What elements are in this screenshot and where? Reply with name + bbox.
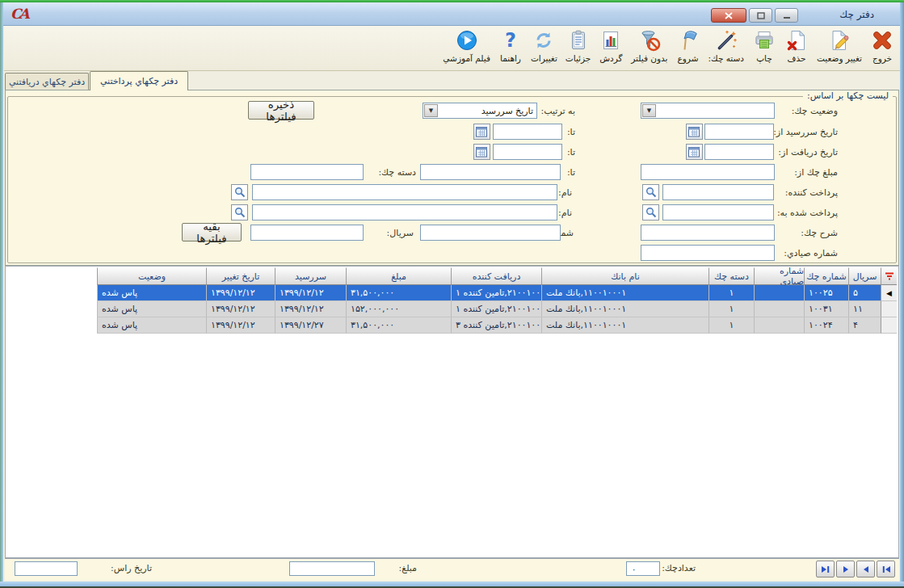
cell-sayadi[interactable] [754,285,804,301]
cell-serial[interactable]: ۵ [848,285,881,301]
paid-to-name-field[interactable] [252,204,557,220]
due-date-to-field[interactable] [493,124,562,140]
tab-payable-checks[interactable]: دفتر چكهاي پرداختني [90,71,188,90]
first-record-button[interactable] [877,561,895,578]
tab-receivable-checks[interactable]: دفتر چكهاي دريافتني [5,73,89,90]
toolbar-help-button[interactable]: ? راهنما [494,27,527,63]
column-header-receiver[interactable]: دريافت كننده [451,267,541,285]
cell-change-date[interactable]: ۱۳۹۹/۱۲/۱۲ [206,301,275,317]
paid-to-search-button[interactable] [642,204,659,220]
cell-status[interactable]: پاس شده [97,317,206,334]
column-header-due-date[interactable]: سررسيد [275,267,346,285]
payer-search-button[interactable] [642,184,659,200]
toolbar-changes-button[interactable]: تغييرات [527,27,561,63]
amount-from-field[interactable] [641,164,775,180]
toolbar-print-button[interactable]: چاپ [748,27,780,63]
due-date-to-calendar-button[interactable] [473,124,490,140]
column-header-amount[interactable]: مبلغ [346,267,451,285]
cell-sayadi[interactable] [754,301,804,317]
column-header-check-number[interactable]: شماره چك [804,267,848,285]
close-button[interactable] [711,8,746,23]
due-date-to-label: تا: [567,127,575,137]
amount-to-field[interactable] [420,164,561,180]
grid-filter-button[interactable] [881,267,897,285]
calendar-icon [688,126,700,137]
paid-to-name-search-button[interactable] [231,204,248,220]
minimize-button[interactable] [775,8,798,23]
check-number-field[interactable] [420,225,561,241]
cell-due-date[interactable]: ۱۳۹۹/۱۲/۲۷ [275,317,346,334]
cell-check-number[interactable]: ۱۰۰۲۴ [804,317,848,334]
receive-date-to-field[interactable] [493,144,562,160]
cell-bank[interactable]: ۱۱۰۰۱۰۰۰۱,بانك ملت [541,317,708,334]
paid-to-label: پرداخت شده به: [777,208,838,218]
toolbar-no-filter-button[interactable]: بدون فيلتر [627,27,671,63]
cell-status[interactable]: پاس شده [97,285,206,301]
payer-name-search-button[interactable] [231,184,248,200]
toolbar-checkbook-button[interactable]: دسته چك: [704,27,749,63]
cell-amount[interactable]: ۳۱,۵۰۰,۰۰۰ [346,285,451,301]
next-record-button[interactable] [836,561,855,578]
toolbar-change-status-button[interactable]: تغيير وضعيت [813,27,866,63]
cell-receiver[interactable]: ۲۱۰۰۱۰۰۰۲,تامين كننده ۱ [451,301,541,317]
cell-sayadi[interactable] [754,317,804,334]
cell-amount[interactable]: ۱۵۲,۰۰۰,۰۰۰ [346,301,451,317]
table-row[interactable]: ◀ ۵ ۱۰۰۲۵ ۱ ۱۱۰۰۱۰۰۰۱,بانك ملت ۲۱۰۰۱۰۰۰۲… [97,285,897,301]
cell-change-date[interactable]: ۱۳۹۹/۱۲/۱۲ [206,317,275,334]
due-date-from-field[interactable] [704,124,774,140]
cell-check-number[interactable]: ۱۰۰۳۱ [804,301,848,317]
search-icon [645,187,657,198]
paid-to-field[interactable] [662,204,774,220]
table-row[interactable]: ۱۱ ۱۰۰۳۱ ۱ ۱۱۰۰۱۰۰۰۱,بانك ملت ۲۱۰۰۱۰۰۰۲,… [97,301,897,317]
cell-receiver[interactable]: ۲۱۰۰۱۰۰۰۳,تامين كننده ۳ [451,317,541,334]
column-header-change-date[interactable]: تاريخ تغيير [206,267,275,285]
checkbook-field[interactable] [250,164,364,180]
cell-receiver[interactable]: ۲۱۰۰۱۰۰۰۲,تامين كننده ۱ [451,285,541,301]
cell-checkbook[interactable]: ۱ [708,317,754,334]
cell-check-number[interactable]: ۱۰۰۲۵ [804,285,848,301]
previous-record-button[interactable] [856,561,875,578]
check-status-label: وضعيت چك: [792,106,838,116]
cell-checkbook[interactable]: ۱ [708,285,754,301]
cell-change-date[interactable]: ۱۳۹۹/۱۲/۱۲ [206,285,275,301]
sort-by-combobox[interactable]: تاريخ سررسيد ▼ [423,103,537,119]
cell-checkbook[interactable]: ۱ [708,301,754,317]
column-header-status[interactable]: وضعيت [97,267,206,285]
column-header-checkbook[interactable]: دسته چك [708,267,754,285]
cell-due-date[interactable]: ۱۳۹۹/۱۲/۱۲ [275,301,346,317]
column-header-sayadi[interactable]: شماره صيادي [754,267,804,285]
serial-field[interactable] [250,225,364,241]
cell-status[interactable]: پاس شده [97,301,206,317]
toolbar-turnover-button[interactable]: گردش [595,27,627,63]
toolbar-tutorial-button[interactable]: فيلم آموزشي [439,27,494,63]
receive-date-to-calendar-button[interactable] [473,144,490,160]
sayadi-number-field[interactable] [641,245,775,261]
more-filters-button[interactable]: بقيه فيلترها [182,223,242,242]
cell-due-date[interactable]: ۱۳۹۹/۱۲/۱۲ [275,285,346,301]
toolbar-delete-button[interactable]: حذف [780,27,813,63]
cell-serial[interactable]: ۱۱ [848,301,881,317]
toolbar-start-button[interactable]: شروع [672,27,704,63]
receive-date-from-field[interactable] [704,144,774,160]
toolbar-details-button[interactable]: جزئيات [561,27,595,63]
cell-bank[interactable]: ۱۱۰۰۱۰۰۰۱,بانك ملت [541,301,708,317]
maximize-button[interactable] [749,8,772,23]
check-status-combobox[interactable]: ▼ [641,103,775,119]
check-desc-field[interactable] [641,225,775,241]
receive-date-from-calendar-button[interactable] [686,144,703,160]
last-record-button[interactable] [816,561,835,578]
chevron-down-icon[interactable]: ▼ [424,104,438,117]
chevron-down-icon[interactable]: ▼ [642,104,656,117]
column-header-bank[interactable]: نام بانك [541,267,708,285]
table-row[interactable]: ۴ ۱۰۰۲۴ ۱ ۱۱۰۰۱۰۰۰۱,بانك ملت ۲۱۰۰۱۰۰۰۳,ت… [97,317,897,334]
cell-serial[interactable]: ۴ [848,317,881,334]
column-header-serial[interactable]: سريال [848,267,881,285]
payer-name-field[interactable] [252,184,557,200]
close-icon [725,12,733,19]
toolbar-exit-button[interactable]: خروج [866,27,898,63]
save-filters-button[interactable]: ذخيره فيلترها [248,101,314,120]
payer-field[interactable] [662,184,774,200]
cell-amount[interactable]: ۳۱,۵۰۰,۰۰۰ [346,317,451,334]
due-date-from-calendar-button[interactable] [686,124,703,140]
cell-bank[interactable]: ۱۱۰۰۱۰۰۰۱,بانك ملت [541,285,708,301]
